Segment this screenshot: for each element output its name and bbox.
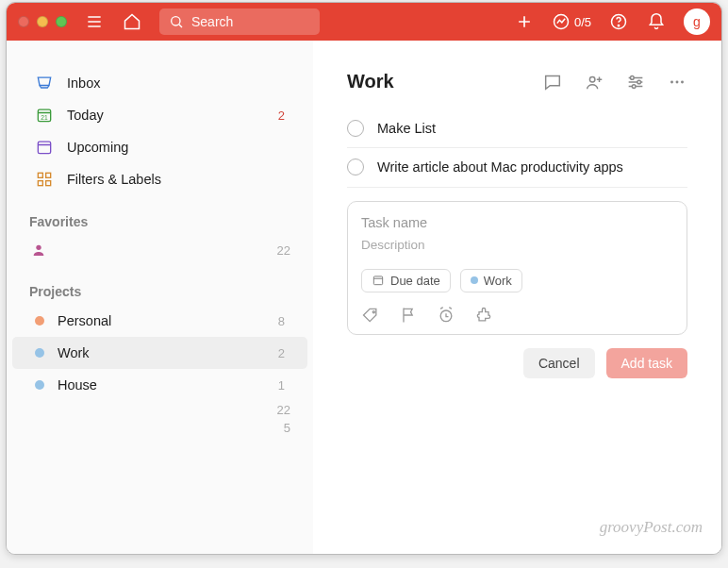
svg-rect-21 (46, 181, 51, 186)
svg-point-3 (172, 17, 180, 25)
project-count: 1 (278, 378, 285, 393)
svg-point-34 (681, 80, 684, 83)
watermark: groovyPost.com (600, 518, 703, 537)
due-date-chip[interactable]: Due date (361, 269, 451, 292)
today-icon: 21 (35, 106, 54, 125)
search-input[interactable] (191, 14, 305, 29)
projects-header[interactable]: Projects (7, 265, 313, 305)
nav-today[interactable]: 21 Today 2 (12, 99, 307, 131)
nav-filters-label: Filters & Labels (67, 172, 161, 187)
svg-point-30 (637, 80, 641, 84)
nav-upcoming-label: Upcoming (67, 140, 128, 155)
title-bar: 0/5 g (7, 3, 721, 41)
share-icon[interactable] (584, 72, 604, 92)
task-editor: Due date Work (347, 201, 687, 335)
productivity-icon (552, 12, 571, 31)
favorites-header[interactable]: Favorites (7, 195, 313, 235)
nav-upcoming[interactable]: Upcoming (12, 131, 307, 163)
svg-point-23 (589, 76, 595, 82)
sidebar: Inbox 21 Today 2 Upcoming Filters & Labe… (7, 41, 313, 554)
productivity-button[interactable]: 0/5 (552, 12, 591, 31)
upcoming-icon (35, 138, 54, 157)
extension-icon[interactable] (474, 306, 493, 325)
inbox-icon (35, 74, 54, 92)
search-field[interactable] (159, 8, 320, 35)
svg-rect-35 (373, 276, 382, 285)
editor-footer-icons (361, 302, 673, 325)
project-title: Work (347, 71, 394, 92)
task-checkbox[interactable] (347, 159, 364, 175)
project-color-dot (35, 380, 44, 390)
reminder-icon[interactable] (437, 306, 455, 325)
svg-point-22 (36, 245, 41, 250)
svg-text:21: 21 (41, 114, 48, 121)
archived-count: 22 (7, 401, 313, 419)
task-title: Make List (377, 119, 436, 138)
project-name: Personal (58, 313, 111, 328)
project-chip[interactable]: Work (460, 269, 522, 292)
main-panel: Work Make List Write article about Mac p… (313, 41, 721, 554)
nav-filters[interactable]: Filters & Labels (12, 163, 307, 195)
app-body: Inbox 21 Today 2 Upcoming Filters & Labe… (7, 41, 721, 554)
project-name: House (58, 377, 97, 393)
project-name: Work (58, 345, 90, 360)
nav-inbox-label: Inbox (67, 75, 100, 91)
task-description-input[interactable] (361, 232, 673, 261)
priority-flag-icon[interactable] (399, 306, 418, 325)
app-window: 0/5 g Inbox 21 Today 2 Upcoming (6, 2, 722, 555)
svg-line-4 (179, 25, 182, 27)
view-options-icon[interactable] (625, 72, 646, 92)
account-button[interactable]: g (684, 8, 710, 35)
due-date-label: Due date (390, 274, 440, 288)
editor-buttons: Cancel Add task (347, 348, 687, 378)
notifications-icon[interactable] (646, 11, 667, 32)
project-color-dot (471, 276, 478, 284)
project-chip-label: Work (484, 274, 512, 288)
editor-chips: Due date Work (361, 269, 673, 292)
main-actions (542, 72, 687, 92)
calendar-icon (372, 274, 385, 287)
svg-rect-18 (38, 173, 42, 177)
search-icon (169, 14, 184, 29)
project-color-dot (35, 348, 44, 358)
nav-inbox[interactable]: Inbox (12, 67, 307, 99)
task-row[interactable]: Make List (347, 109, 687, 148)
avatar-letter: g (693, 14, 701, 29)
favorite-count: 22 (277, 243, 290, 258)
nav-today-label: Today (67, 108, 104, 123)
cancel-button[interactable]: Cancel (523, 348, 595, 378)
filters-icon (35, 170, 54, 189)
close-window-button[interactable] (18, 16, 29, 27)
comments-icon[interactable] (542, 72, 563, 92)
more-icon[interactable] (667, 72, 687, 92)
project-item-work[interactable]: Work 2 (12, 337, 307, 369)
svg-point-31 (632, 84, 636, 88)
archived-count: 5 (7, 419, 313, 437)
project-color-dot (35, 316, 44, 326)
add-task-button[interactable]: Add task (606, 348, 687, 378)
project-item-personal[interactable]: Personal 8 (12, 305, 307, 337)
svg-point-37 (372, 310, 374, 312)
home-icon[interactable] (122, 11, 142, 32)
task-name-input[interactable] (361, 213, 673, 232)
label-icon[interactable] (361, 306, 380, 325)
svg-rect-13 (38, 142, 50, 154)
favorite-item[interactable]: 22 (7, 235, 313, 265)
menu-icon[interactable] (84, 11, 105, 32)
svg-point-9 (618, 25, 619, 26)
task-title: Write article about Mac productivity app… (377, 158, 623, 176)
add-task-icon[interactable] (514, 11, 535, 32)
svg-point-33 (676, 80, 679, 83)
svg-rect-20 (38, 181, 42, 186)
svg-rect-19 (46, 173, 51, 177)
person-icon (29, 241, 48, 259)
zoom-window-button[interactable] (56, 16, 67, 27)
project-item-house[interactable]: House 1 (12, 369, 307, 401)
task-checkbox[interactable] (347, 120, 364, 137)
svg-point-32 (670, 80, 673, 83)
help-icon[interactable] (608, 11, 629, 32)
project-count: 2 (278, 346, 285, 360)
minimize-window-button[interactable] (37, 16, 48, 27)
window-controls (18, 16, 67, 27)
task-row[interactable]: Write article about Mac productivity app… (347, 148, 687, 187)
